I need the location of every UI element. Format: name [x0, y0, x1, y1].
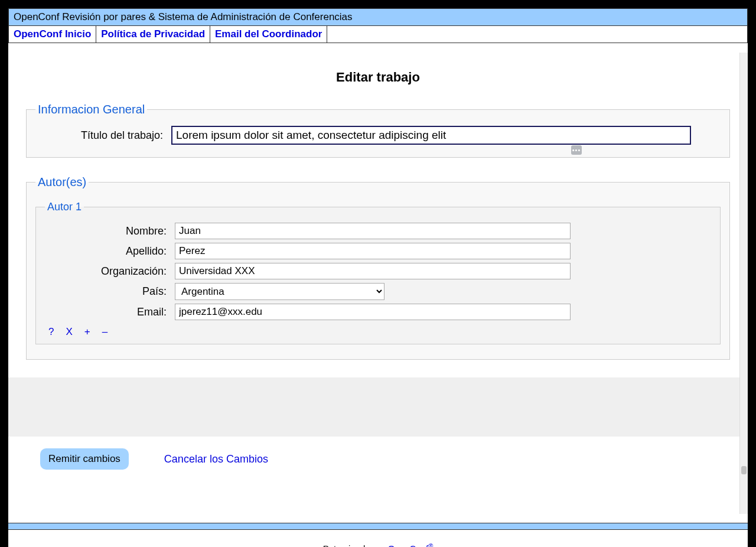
nav-bar: OpenConf Inicio Política de Privacidad E… — [8, 26, 748, 43]
footer-sponsored: Patrocinado por OpenConf® — [8, 542, 748, 547]
author1-country-select[interactable]: Argentina — [175, 283, 384, 300]
nav-privacy-link[interactable]: Política de Privacidad — [96, 26, 210, 43]
nav-coordinator-email-link[interactable]: Email del Coordinador — [210, 26, 327, 43]
author-controls: ? X + – — [45, 324, 711, 338]
author1-email-input[interactable] — [175, 304, 571, 320]
ellipsis-icon[interactable]: ••• — [571, 145, 582, 155]
scrollbar-thumb[interactable] — [741, 466, 747, 474]
author1-name-row: Nombre: — [45, 223, 711, 239]
author1-fieldset: Autor 1 Nombre: Apellido: Organización: … — [35, 201, 721, 344]
author1-surname-input[interactable] — [175, 243, 571, 259]
page-title: Editar trabajo — [26, 70, 730, 85]
author1-country-label: País: — [45, 285, 175, 298]
author1-email-label: Email: — [45, 306, 175, 318]
footer-separator — [8, 523, 748, 530]
cancel-link[interactable]: Cancelar los Cambios — [164, 453, 268, 465]
registered-icon: ® — [428, 542, 433, 547]
author1-email-row: Email: — [45, 304, 711, 320]
scrollbar[interactable] — [739, 53, 748, 514]
author1-org-input[interactable] — [175, 263, 571, 279]
author1-org-row: Organización: — [45, 263, 711, 279]
nav-home-link[interactable]: OpenConf Inicio — [9, 26, 96, 43]
author1-name-label: Nombre: — [45, 225, 175, 237]
header-title: OpenConf Revisión por pares & Sistema de… — [14, 11, 353, 22]
authors-fieldset: Autor(es) Autor 1 Nombre: Apellido: Orga… — [26, 175, 730, 360]
author1-legend: Autor 1 — [45, 201, 84, 213]
general-info-legend: Informacion General — [35, 103, 147, 116]
title-row: Título del trabajo: — [35, 126, 721, 145]
author1-country-row: País: Argentina — [45, 283, 711, 300]
author1-org-label: Organización: — [45, 265, 175, 278]
author-add-link[interactable]: + — [84, 326, 90, 338]
title-input[interactable] — [171, 126, 691, 145]
footer-sponsored-prefix: Patrocinado por — [323, 543, 388, 547]
authors-legend: Autor(es) — [35, 175, 89, 189]
footer: Patrocinado por OpenConf® Derechos de au… — [8, 530, 748, 547]
header-bar: OpenConf Revisión por pares & Sistema de… — [8, 8, 748, 26]
submit-button[interactable]: Remitir cambios — [40, 448, 129, 470]
title-label: Título del trabajo: — [35, 129, 171, 142]
action-row: Remitir cambios Cancelar los Cambios — [26, 437, 730, 487]
author1-surname-label: Apellido: — [45, 245, 175, 258]
content-gap — [8, 377, 748, 437]
main-content: Editar trabajo Informacion General Títul… — [8, 43, 748, 487]
footer-openconf-link[interactable]: OpenConf® — [388, 543, 434, 547]
page-container: OpenConf Revisión por pares & Sistema de… — [8, 8, 748, 547]
general-info-fieldset: Informacion General Título del trabajo: … — [26, 103, 730, 158]
author-remove-link[interactable]: X — [66, 326, 72, 338]
author1-surname-row: Apellido: — [45, 243, 711, 259]
author-minus-link[interactable]: – — [102, 326, 107, 338]
author-help-link[interactable]: ? — [48, 326, 54, 338]
author1-name-input[interactable] — [175, 223, 571, 239]
